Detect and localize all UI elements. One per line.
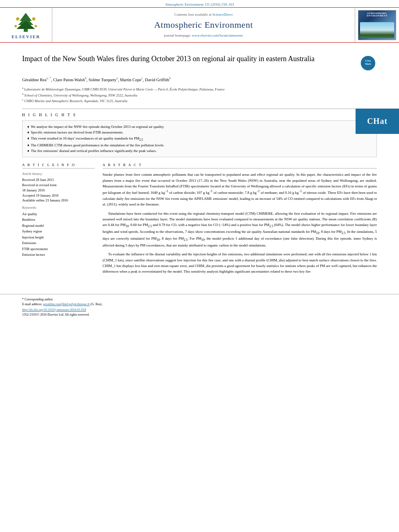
abstract-heading: A B S T R A C T [103,163,377,168]
affiliation-1: a Laboratoire de Météorologie Dynamique,… [22,86,377,92]
corresponding-text: * Corresponding author. [22,298,53,301]
highlight-text-5: The fire emissions' diurnal and vertical… [31,148,157,154]
cover-image-mock [360,22,394,38]
history-label: Article history: [22,172,95,176]
homepage-line: journal homepage: www.elsevier.com/locat… [164,33,243,37]
elsevier-tree-icon [12,11,40,33]
article-info-heading: A R T I C L E I N F O [22,163,95,168]
keyword-8: Emission factors [22,252,95,257]
journal-title-area: Contents lists available at ScienceDirec… [52,8,355,42]
highlight-text-4: The CHIMERE CTM shows good performance i… [31,142,165,148]
author-5-sup: b [169,76,171,80]
author-1-sup: a, * [46,76,51,80]
highlight-item-1: ♦ We analyze the impact of the NSW fire … [27,124,372,129]
abstract-para-2: Simulations have been conducted for this… [103,211,377,249]
corresponding-note: * Corresponding author. [22,298,377,301]
bullet-3: ♦ [27,136,29,141]
affiliation-2: b School of Chemistry, University of Wol… [22,92,377,98]
authors-line: Géraldine Reaa, *, Clare Paton-Walshb, S… [22,76,377,83]
homepage-prefix: journal homepage: [164,33,191,37]
highlight-text-3: This event resulted in 10 days' exceedan… [31,136,143,142]
abstract-para-1: Smoke plumes from fires contain atmosphe… [103,172,377,207]
keyword-5: Injection height [22,234,95,240]
keywords-label: Keywords: [22,205,95,210]
author-2: Clare Paton-Walsh [53,78,85,82]
highlights-heading: H I G H L I G H T S [22,113,377,117]
journal-reference: Atmospheric Environment 131 (2016) 150–1… [0,0,399,7]
journal-cover-area: ATMOSPHERICENVIRONMENT [355,8,399,42]
affil-2-text: School of Chemistry, University of Wollo… [24,93,137,97]
cover-journal-title: ATMOSPHERICENVIRONMENT [367,12,388,17]
svg-point-6 [14,25,17,27]
author-4: Martin Cope [120,78,141,82]
email-suffix: (G. Rea). [90,302,103,306]
accepted-date: Accepted 19 January 2016 [22,193,95,198]
highlight-text-1: We analyze the impact of the NSW fire ep… [31,124,165,129]
divider-1 [22,109,377,109]
elsevier-wordmark: ELSEVIER [12,34,41,39]
keyword-6: Emissions [22,240,95,246]
received-revised: Received in revised form18 January 2016 [22,183,95,193]
author-1: Géraldine Rea [22,78,46,82]
affil-3-text: CSIRO Marine and Atmospheric Research, A… [24,99,128,103]
affiliations-section: a Laboratoire de Météorologie Dynamique,… [22,86,377,104]
elsevier-logo-area: ELSEVIER [0,8,52,42]
chat-button[interactable]: CHat [356,109,399,134]
homepage-link[interactable]: www.elsevier.com/locate/atmosenv [192,33,243,37]
journal-title: Atmospheric Environment [154,20,253,30]
highlight-text-2: Specific emission factors are derived fr… [31,129,123,135]
footer-issn: 1352-2310/© 2016 Elsevier Ltd. All right… [22,313,377,316]
bullet-5: ♦ [27,148,29,154]
abstract-para-3: To evaluate the influence of the diurnal… [103,251,377,275]
elsevier-logo: ELSEVIER [12,11,41,39]
footer-area: * Corresponding author. E-mail address: … [0,294,399,316]
svg-text:Cross: Cross [365,60,371,62]
bullet-1: ♦ [27,124,29,129]
keyword-1: Air quality [22,211,95,217]
highlight-item-4: ♦ The CHIMERE CTM shows good performance… [27,142,372,148]
two-column-section: A R T I C L E I N F O Article history: R… [22,163,377,277]
crossmark-badge[interactable]: Cross Mark [361,56,377,70]
svg-point-7 [35,25,37,27]
author-3: Solène Turquety [88,78,116,82]
keyword-7: FTIR spectrometer [22,246,95,252]
footer-email-line: E-mail address: geraldine.rea@lmd.polyte… [22,302,377,306]
science-direct-link[interactable]: ScienceDirect [212,12,232,16]
email-link[interactable]: geraldine.rea@lmd.polytechnique.fr [43,302,90,306]
abstract-column: A B S T R A C T Smoke plumes from fires … [103,163,377,277]
available-date: Available online 23 January 2016 [22,198,95,203]
bullet-4: ♦ [27,142,29,148]
article-title: Impact of the New South Wales fires duri… [22,54,361,64]
svg-text:Mark: Mark [365,63,371,65]
footer-doi: http://dx.doi.org/10.1016/j.atmosenv.201… [22,308,377,312]
highlight-item-2: ♦ Specific emission factors are derived … [27,129,372,135]
keyword-3: Regional model [22,223,95,228]
science-direct-prefix: Contents lists available at [175,12,212,16]
author-5: David Griffith [145,78,169,82]
page: Atmospheric Environment 131 (2016) 150–1… [0,0,399,532]
abstract-text: Smoke plumes from fires contain atmosphe… [103,172,377,274]
bullet-2: ♦ [27,129,29,135]
highlights-box: ♦ We analyze the impact of the NSW fire … [22,120,377,157]
svg-point-5 [32,17,35,21]
science-direct-line: Contents lists available at ScienceDirec… [175,12,233,16]
affiliation-3: c CSIRO Marine and Atmospheric Research,… [22,98,377,104]
received-date: Received 28 June 2015 [22,177,95,183]
svg-point-4 [16,17,19,21]
main-content: Impact of the New South Wales fires duri… [0,43,399,286]
doi-link[interactable]: http://dx.doi.org/10.1016/j.atmosenv.201… [22,308,86,312]
email-label: E-mail address: [22,302,42,306]
article-title-section: Impact of the New South Wales fires duri… [22,54,377,70]
highlight-item-5: ♦ The fire emissions' diurnal and vertic… [27,148,372,154]
chat-label: CHat [367,117,388,125]
keyword-2: Bushfires [22,217,95,222]
article-info-column: A R T I C L E I N F O Article history: R… [22,163,95,277]
highlights-section: H I G H L I G H T S ♦ We analyze the imp… [22,113,377,157]
keyword-4: Sydney region [22,228,95,234]
journal-ref-text: Atmospheric Environment 131 (2016) 150–1… [165,2,234,6]
affil-1-text: Laboratoire de Météorologie Dynamique, U… [24,87,224,91]
keywords-list: Air quality Bushfires Regional model Syd… [22,211,95,258]
journal-cover-image: ATMOSPHERICENVIRONMENT [358,10,396,40]
highlight-item-3: ♦ This event resulted in 10 days' exceed… [27,136,372,142]
crossmark-icon: Cross Mark [361,56,375,70]
